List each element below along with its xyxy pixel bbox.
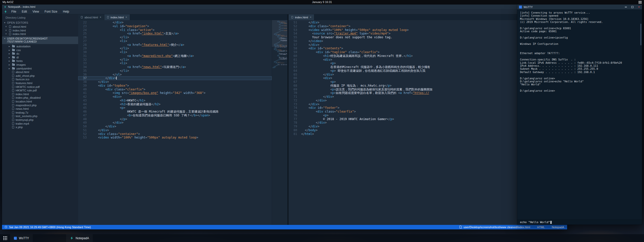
tree-file[interactable]: teabag.7z [2,111,78,114]
code-line[interactable]: 42 <div> [78,95,272,99]
tree-file[interactable]: mapredirect.php [2,103,78,107]
close-editor-icon[interactable]: × [5,25,8,28]
code-line[interactable]: 51 </div> [78,128,272,132]
code-line[interactable]: 41 <img src="images/box.png" height="342… [78,91,272,95]
minimap[interactable]: </div> <ul id="navigation"> <li class="a… [272,20,287,225]
code-line[interactable]: 75 <div class="clearfix"> [289,110,551,114]
close-tab-icon[interactable]: × [310,16,311,19]
code-line[interactable]: 38 </div> [78,80,272,84]
terminal-scrollbar[interactable] [640,24,641,45]
workspace-folder-header[interactable]: ▾ USER:/DESKTOP/SCREENSHOT /TEST/WWW CLE… [2,37,78,44]
code-line[interactable]: 32 </li> [78,58,272,62]
tree-folder[interactable]: ▸fonts [2,59,78,63]
code-line[interactable]: 53 <video width="100%" height="500px" au… [289,28,551,32]
close-button[interactable]: × [637,6,640,9]
code-line[interactable]: 29 </li> [78,47,272,50]
taskbar-item-wstty[interactable]: >_ WsTTY [10,234,33,242]
status-language[interactable]: HTML [537,226,545,229]
code-line[interactable]: 26 </li> [78,36,272,39]
tree-file[interactable]: trailer.mp4 [2,122,78,125]
code-line[interactable]: 67 <p> [289,80,551,84]
tree-file[interactable]: favicon.ico [2,78,78,81]
code-line[interactable]: 65 </div> [289,73,551,77]
tree-file[interactable]: x.php [2,125,78,129]
close-tab-icon[interactable]: × [126,16,127,19]
code-line[interactable]: 76 <p> [289,114,551,117]
code-line[interactable]: 34 <a href="news.html">玩家傳送門</a> [78,65,272,69]
code-line[interactable]: 74 <div id="footer"> [289,106,551,110]
code-line[interactable]: 59 <div id="tagline" class="clearfix"> [289,50,551,54]
code-line[interactable]: 46 HKWTC 是一個 Minecraft 的建築伺服器，主要建築計劃包括鐵路 [78,110,272,114]
code-line[interactable]: 81</html> [289,132,551,136]
code-lines[interactable]: 22 </div>23 <ul id="navigation">24 <li c… [78,20,272,225]
code-line[interactable]: 40 <div class="clearfix"> [78,88,272,91]
code-line[interactable]: 28 <a href="features.html">簡介</a> [78,43,272,47]
code-line[interactable]: 72 </div> [289,99,551,102]
code-line[interactable]: 71 </div> [289,95,551,99]
close-editor-icon[interactable]: × [5,33,8,35]
code-line[interactable]: 60 <h1>特別為建築及鐵路而設，現代化的 Minecraft 世界.</h1… [289,54,551,58]
code-line[interactable]: 24 <li class="active"> [78,28,272,32]
code-line[interactable]: 62 <p> [289,61,551,65]
code-line[interactable]: 48 </p> [78,117,272,121]
tree-file[interactable]: index.html [2,92,78,96]
tab-index.html[interactable]: index.html× [104,14,130,20]
code-line[interactable]: 55 Your browser does not support the vid… [289,36,551,39]
code-line[interactable]: 66 <div> [289,76,551,80]
terminal-output[interactable]: [info] Conencting to arozos WsTTY servic… [517,9,642,220]
menu-help[interactable]: Help [60,9,72,14]
tree-file[interactable]: about.html [2,70,78,74]
code-line[interactable]: 50 </div> [78,125,272,128]
tree-file[interactable]: testmysql.php [2,118,78,122]
tree-file[interactable]: add_vhost.php [2,74,78,78]
code-line[interactable]: 23 <ul id="navigation"> [78,24,272,28]
tree-file[interactable]: index.php_disabled [2,96,78,100]
code-line[interactable]: 78 </div> [289,121,551,125]
maximize-button[interactable] [631,6,634,9]
code-line[interactable]: 54 <source src="trailer.mp4" type="video… [289,32,551,36]
tree-file[interactable]: location.html [2,100,78,103]
code-line[interactable]: 35 </li> [78,69,272,73]
menu-font-size[interactable]: Font Size [42,9,60,14]
tree-file[interactable]: HKWTC rule.pdf [2,89,78,92]
code-line[interactable]: 57 </div> [289,43,551,47]
tree-file[interactable]: features.html [2,81,78,85]
menu-edit[interactable]: Edit [19,9,29,14]
code-line[interactable]: 69 <p>請注意，我們的伺服器為確保玩家及遊玩時的質素，我們對外的服務開放 [289,88,551,91]
code-line[interactable]: 27 <li> [78,39,272,43]
tree-file[interactable]: news.html [2,107,78,111]
code-line[interactable]: 36 </ul> [78,73,272,77]
tab-index.html[interactable]: index.html× [289,14,314,20]
code-line[interactable]: 58 <div id="contents"> [289,47,551,50]
code-line[interactable]: 37 </div> [78,76,272,80]
code-line[interactable]: 63 在香港的Minecraft 伺服器中，多為小遊戲和純生存的伺服器，較少擁有 [289,65,551,69]
code-line[interactable]: 51 </div> [289,21,551,24]
code-line[interactable]: 80 </body> [289,128,551,132]
tree-folder[interactable]: ▸css [2,48,78,52]
code-line[interactable]: 70 <p>如有問題或需要申請白名單，歡迎加入我們的 <a href="http… [289,91,551,95]
tree-file[interactable]: HKWTC notice.pdf [2,85,78,89]
close-tab-icon[interactable]: × [100,16,101,19]
notepada-titlebar[interactable]: NotepadA - index.html × [2,5,567,9]
code-line[interactable]: 52 <div class="container"> [78,132,272,136]
code-line[interactable]: 73 </div> [289,102,551,106]
code-line[interactable]: 22 </div> [78,21,272,24]
menu-file[interactable]: File [9,9,19,14]
wstty-titlebar[interactable]: >_ WsTTY × [517,5,642,9]
minimap-viewport[interactable] [272,20,287,47]
tab-about.html[interactable]: about.html× [78,14,104,20]
taskbar-item-notepada[interactable]: NotepadA [66,234,93,242]
status-filepath[interactable]: user/Desktop/screenshot/test/www cleaned… [464,226,530,229]
code-line[interactable]: 44 <h2>香港的建築伺服器</h2> [78,102,272,106]
code-line[interactable]: 30 <li> [78,50,272,54]
code-line[interactable]: 52 <div class="container"> [289,24,551,28]
os-menu-button[interactable] [638,1,642,2]
tree-file[interactable]: test_sockets.php [2,114,78,118]
close-editor-icon[interactable]: × [5,29,8,32]
open-editor-item[interactable]: ×about.html [2,25,78,29]
code-line[interactable]: 61 <div> [289,58,551,62]
code-line[interactable]: 43 <h1>HKWTC</h1> [78,99,272,102]
code-line[interactable]: 68 伺服器 IP 地址為： mcs.hkwtc.org</p> [289,84,551,88]
tree-folder[interactable]: ▸dl [2,56,78,59]
open-editor-item[interactable]: ×index.html [2,29,78,32]
